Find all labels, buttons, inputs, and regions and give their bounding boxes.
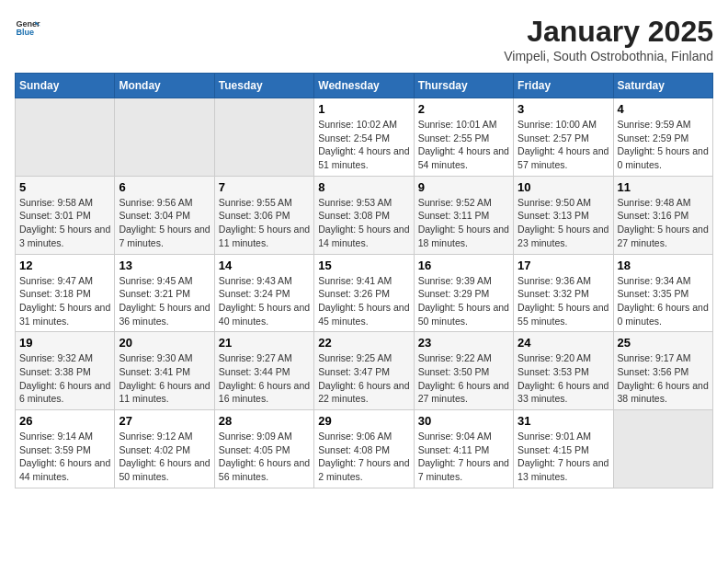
page-header: General Blue January 2025 Vimpeli, South… [15, 15, 713, 63]
day-number: 7 [219, 180, 310, 194]
calendar-cell: 24Sunrise: 9:20 AM Sunset: 3:53 PM Dayli… [514, 332, 613, 410]
weekday-header-saturday: Saturday [613, 74, 712, 98]
day-info: Sunrise: 9:48 AM Sunset: 3:16 PM Dayligh… [618, 196, 709, 250]
day-number: 4 [618, 102, 709, 116]
day-info: Sunrise: 9:04 AM Sunset: 4:11 PM Dayligh… [418, 430, 509, 484]
day-number: 6 [119, 180, 210, 194]
day-number: 12 [19, 259, 110, 272]
calendar-cell: 19Sunrise: 9:32 AM Sunset: 3:38 PM Dayli… [16, 332, 115, 410]
day-number: 24 [518, 336, 609, 350]
calendar-cell: 5Sunrise: 9:58 AM Sunset: 3:01 PM Daylig… [16, 176, 115, 254]
calendar-cell: 30Sunrise: 9:04 AM Sunset: 4:11 PM Dayli… [414, 410, 513, 488]
week-row-4: 19Sunrise: 9:32 AM Sunset: 3:38 PM Dayli… [16, 332, 713, 410]
day-number: 19 [19, 336, 110, 350]
day-number: 21 [219, 336, 310, 350]
calendar-cell: 15Sunrise: 9:41 AM Sunset: 3:26 PM Dayli… [314, 254, 414, 332]
calendar-cell: 7Sunrise: 9:55 AM Sunset: 3:06 PM Daylig… [214, 176, 313, 254]
weekday-header-row: SundayMondayTuesdayWednesdayThursdayFrid… [16, 74, 713, 98]
day-info: Sunrise: 9:56 AM Sunset: 3:04 PM Dayligh… [119, 196, 210, 250]
day-number: 28 [219, 414, 310, 428]
week-row-5: 26Sunrise: 9:14 AM Sunset: 3:59 PM Dayli… [16, 410, 713, 488]
calendar-cell: 16Sunrise: 9:39 AM Sunset: 3:29 PM Dayli… [414, 254, 513, 332]
day-info: Sunrise: 9:45 AM Sunset: 3:21 PM Dayligh… [119, 274, 210, 328]
calendar-title: January 2025 [504, 15, 713, 49]
day-number: 18 [618, 259, 709, 272]
week-row-1: 1Sunrise: 10:02 AM Sunset: 2:54 PM Dayli… [16, 98, 713, 177]
day-info: Sunrise: 9:17 AM Sunset: 3:56 PM Dayligh… [618, 351, 709, 406]
week-row-2: 5Sunrise: 9:58 AM Sunset: 3:01 PM Daylig… [16, 176, 713, 254]
day-info: Sunrise: 9:50 AM Sunset: 3:13 PM Dayligh… [518, 196, 609, 250]
day-info: Sunrise: 9:20 AM Sunset: 3:53 PM Dayligh… [518, 351, 609, 406]
calendar-cell: 31Sunrise: 9:01 AM Sunset: 4:15 PM Dayli… [514, 410, 613, 488]
day-number: 26 [19, 414, 110, 428]
day-info: Sunrise: 9:58 AM Sunset: 3:01 PM Dayligh… [19, 196, 110, 250]
calendar-cell: 21Sunrise: 9:27 AM Sunset: 3:44 PM Dayli… [214, 332, 313, 410]
calendar-cell: 26Sunrise: 9:14 AM Sunset: 3:59 PM Dayli… [16, 410, 115, 488]
logo-icon: General Blue [15, 15, 40, 40]
calendar-cell: 28Sunrise: 9:09 AM Sunset: 4:05 PM Dayli… [214, 410, 313, 488]
day-info: Sunrise: 10:01 AM Sunset: 2:55 PM Daylig… [418, 118, 509, 172]
day-number: 29 [318, 414, 409, 428]
day-number: 16 [418, 259, 509, 272]
day-number: 13 [119, 259, 210, 272]
title-area: January 2025 Vimpeli, South Ostrobothnia… [504, 15, 713, 63]
day-number: 10 [518, 180, 609, 194]
day-number: 15 [318, 259, 409, 272]
day-info: Sunrise: 9:01 AM Sunset: 4:15 PM Dayligh… [518, 430, 609, 484]
calendar-table: SundayMondayTuesdayWednesdayThursdayFrid… [15, 73, 713, 488]
calendar-cell: 18Sunrise: 9:34 AM Sunset: 3:35 PM Dayli… [613, 254, 712, 332]
calendar-cell: 9Sunrise: 9:52 AM Sunset: 3:11 PM Daylig… [414, 176, 513, 254]
calendar-subtitle: Vimpeli, South Ostrobothnia, Finland [504, 49, 713, 63]
day-number: 27 [119, 414, 210, 428]
weekday-header-wednesday: Wednesday [314, 74, 414, 98]
day-number: 25 [618, 336, 709, 350]
day-number: 30 [418, 414, 509, 428]
day-info: Sunrise: 9:59 AM Sunset: 2:59 PM Dayligh… [618, 118, 709, 172]
day-number: 8 [318, 180, 409, 194]
calendar-cell: 2Sunrise: 10:01 AM Sunset: 2:55 PM Dayli… [414, 98, 513, 177]
day-info: Sunrise: 9:32 AM Sunset: 3:38 PM Dayligh… [19, 351, 110, 406]
weekday-header-monday: Monday [115, 74, 214, 98]
day-info: Sunrise: 9:55 AM Sunset: 3:06 PM Dayligh… [219, 196, 310, 250]
day-info: Sunrise: 9:53 AM Sunset: 3:08 PM Dayligh… [318, 196, 409, 250]
day-info: Sunrise: 9:12 AM Sunset: 4:02 PM Dayligh… [119, 430, 210, 484]
day-info: Sunrise: 9:43 AM Sunset: 3:24 PM Dayligh… [219, 274, 310, 328]
weekday-header-thursday: Thursday [414, 74, 513, 98]
calendar-cell [115, 98, 214, 177]
weekday-header-friday: Friday [514, 74, 613, 98]
calendar-cell [613, 410, 712, 488]
day-number: 1 [318, 102, 409, 116]
calendar-cell [214, 98, 313, 177]
calendar-cell: 8Sunrise: 9:53 AM Sunset: 3:08 PM Daylig… [314, 176, 414, 254]
calendar-cell: 25Sunrise: 9:17 AM Sunset: 3:56 PM Dayli… [613, 332, 712, 410]
day-info: Sunrise: 10:02 AM Sunset: 2:54 PM Daylig… [318, 118, 409, 172]
calendar-cell: 13Sunrise: 9:45 AM Sunset: 3:21 PM Dayli… [115, 254, 214, 332]
calendar-cell: 3Sunrise: 10:00 AM Sunset: 2:57 PM Dayli… [514, 98, 613, 177]
calendar-cell: 22Sunrise: 9:25 AM Sunset: 3:47 PM Dayli… [314, 332, 414, 410]
calendar-cell: 27Sunrise: 9:12 AM Sunset: 4:02 PM Dayli… [115, 410, 214, 488]
calendar-cell: 14Sunrise: 9:43 AM Sunset: 3:24 PM Dayli… [214, 254, 313, 332]
day-info: Sunrise: 9:06 AM Sunset: 4:08 PM Dayligh… [318, 430, 409, 484]
day-info: Sunrise: 9:39 AM Sunset: 3:29 PM Dayligh… [418, 274, 509, 328]
calendar-cell: 23Sunrise: 9:22 AM Sunset: 3:50 PM Dayli… [414, 332, 513, 410]
day-info: Sunrise: 9:41 AM Sunset: 3:26 PM Dayligh… [318, 274, 409, 328]
weekday-header-tuesday: Tuesday [214, 74, 313, 98]
day-number: 9 [418, 180, 509, 194]
day-number: 22 [318, 336, 409, 350]
calendar-cell: 6Sunrise: 9:56 AM Sunset: 3:04 PM Daylig… [115, 176, 214, 254]
day-info: Sunrise: 9:22 AM Sunset: 3:50 PM Dayligh… [418, 351, 509, 406]
weekday-header-sunday: Sunday [16, 74, 115, 98]
day-info: Sunrise: 9:36 AM Sunset: 3:32 PM Dayligh… [518, 274, 609, 328]
day-number: 5 [19, 180, 110, 194]
day-number: 14 [219, 259, 310, 272]
day-number: 11 [618, 180, 709, 194]
day-number: 20 [119, 336, 210, 350]
logo: General Blue [15, 15, 40, 40]
day-number: 31 [518, 414, 609, 428]
day-info: Sunrise: 9:47 AM Sunset: 3:18 PM Dayligh… [19, 274, 110, 328]
day-number: 2 [418, 102, 509, 116]
calendar-cell: 4Sunrise: 9:59 AM Sunset: 2:59 PM Daylig… [613, 98, 712, 177]
calendar-cell: 10Sunrise: 9:50 AM Sunset: 3:13 PM Dayli… [514, 176, 613, 254]
svg-text:Blue: Blue [16, 28, 34, 37]
day-info: Sunrise: 9:30 AM Sunset: 3:41 PM Dayligh… [119, 351, 210, 406]
